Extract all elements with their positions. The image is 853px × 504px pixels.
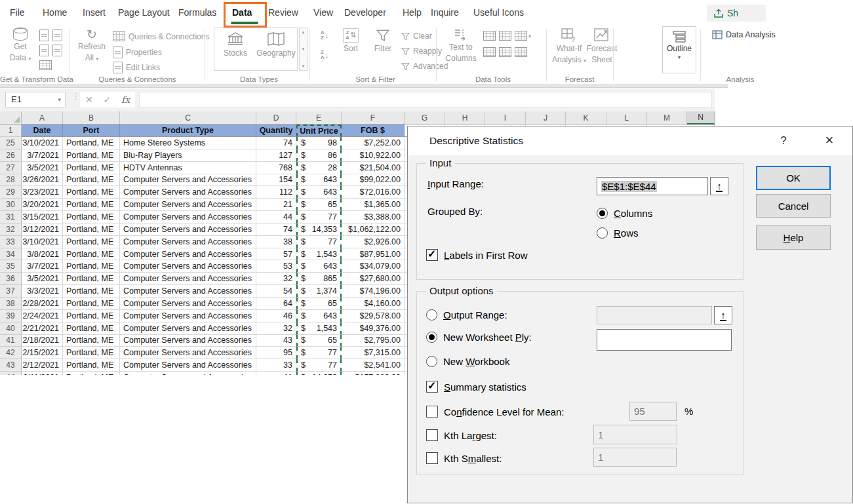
row-header-43[interactable]: 43 (0, 359, 22, 372)
column-header-G[interactable]: G (405, 111, 445, 125)
cell-E42[interactable]: $77 (296, 347, 342, 359)
cell-F38[interactable]: $4,160.00 (342, 298, 405, 310)
checkbox-summary-statistics[interactable] (426, 381, 438, 393)
from-table-range-icon[interactable] (39, 60, 52, 70)
remove-duplicates-icon[interactable] (499, 31, 511, 41)
new-worksheet-ply-field[interactable] (597, 329, 732, 351)
cell-A36[interactable]: 3/5/2021 (22, 273, 63, 285)
cell-A27[interactable]: 3/5/2021 (22, 162, 63, 174)
column-header-K[interactable]: K (566, 111, 606, 125)
data-analysis-button[interactable]: Data Analysis (712, 30, 776, 39)
edit-links-button[interactable]: Edit Links (113, 62, 160, 73)
properties-button[interactable]: Properties (113, 47, 162, 58)
cell-E30[interactable]: $65 (296, 199, 342, 211)
grouped-by-columns-option[interactable]: Columns (597, 208, 652, 219)
labels-first-row-option[interactable]: Labels in First Row (426, 249, 528, 261)
radio-rows[interactable] (597, 227, 608, 239)
cell-C30[interactable]: Computer Servers and Accessories (120, 199, 256, 211)
cell-header-date[interactable]: Date (22, 125, 63, 137)
cell-D25[interactable]: 74 (256, 137, 296, 149)
row-header-35[interactable]: 35 (0, 260, 22, 273)
cell-E41[interactable]: $65 (296, 335, 342, 347)
cell-F25[interactable]: $7,252.00 (342, 137, 405, 149)
input-range-field[interactable]: $E$1:$E$44 (597, 177, 708, 195)
consolidate-icon[interactable] (483, 47, 496, 57)
new-workbook-option[interactable]: New Workbook (426, 356, 509, 367)
cell-D39[interactable]: 46 (256, 310, 296, 322)
column-header-A[interactable]: A (22, 111, 63, 125)
output-range-field[interactable] (597, 306, 712, 324)
cell-header-port[interactable]: Port (63, 125, 120, 137)
row-header-32[interactable]: 32 (0, 223, 22, 236)
row-header-42[interactable]: 42 (0, 347, 22, 359)
radio-new-workbook[interactable] (426, 356, 437, 367)
cell-F41[interactable]: $2,795.00 (342, 335, 405, 347)
insert-function-icon[interactable]: fx (121, 94, 130, 105)
column-header-B[interactable]: B (63, 111, 120, 125)
cell-B40[interactable]: Portland, ME (63, 322, 120, 335)
cell-D29[interactable]: 112 (256, 186, 296, 199)
cell-A34[interactable]: 3/8/2021 (22, 248, 63, 261)
collapse-dialog-button[interactable]: ↑ (710, 177, 728, 195)
cell-C39[interactable]: Computer Servers and Accessories (120, 310, 256, 322)
cell-E39[interactable]: $643 (296, 310, 342, 322)
cell-A44[interactable]: 2/11/2021 (22, 372, 63, 375)
cell-E43[interactable]: $77 (296, 359, 342, 372)
advanced-filter-button[interactable]: Advanced (401, 62, 448, 71)
geography-button[interactable]: Geography (257, 31, 295, 58)
cell-D33[interactable]: 38 (256, 236, 296, 248)
tab-inquire[interactable]: Inquire (431, 0, 459, 25)
select-all-corner[interactable] (0, 111, 22, 125)
cell-header-product-type[interactable]: Product Type (120, 125, 256, 137)
cell-D44[interactable]: 11 (256, 372, 296, 375)
kth-largest-option[interactable]: Kth Largest: (426, 429, 497, 441)
cell-F34[interactable]: $87,951.00 (342, 248, 405, 261)
row-header-36[interactable]: 36 (0, 273, 22, 285)
cell-A42[interactable]: 2/15/2021 (22, 347, 63, 359)
chevron-down-icon[interactable]: ▾ (58, 92, 61, 107)
cell-D43[interactable]: 33 (256, 359, 296, 372)
refresh-all-button[interactable]: ↻ Refresh All ▾ (76, 28, 108, 63)
row-header-41[interactable]: 41 (0, 335, 22, 347)
cell-E34[interactable]: $1,543 (296, 248, 342, 261)
tab-developer[interactable]: Developer (344, 0, 386, 25)
cell-header-fob-[interactable]: FOB $ (342, 125, 405, 137)
tab-home[interactable]: Home (43, 0, 67, 25)
tab-review[interactable]: Review (268, 0, 298, 25)
cell-B36[interactable]: Portland, ME (63, 273, 120, 285)
cell-F29[interactable]: $72,016.00 (342, 186, 405, 199)
cell-D28[interactable]: 154 (256, 174, 296, 187)
sort-za-button[interactable]: ZA↓ (321, 50, 328, 60)
kth-smallest-option[interactable]: Kth Smallest: (426, 452, 502, 464)
cell-C37[interactable]: Computer Servers and Accessories (120, 285, 256, 298)
cell-A31[interactable]: 3/15/2021 (22, 211, 63, 223)
cell-D42[interactable]: 95 (256, 347, 296, 359)
cell-A38[interactable]: 2/28/2021 (22, 298, 63, 310)
row-header-34[interactable]: 34 (0, 248, 22, 261)
cell-D40[interactable]: 32 (256, 322, 296, 335)
existing-connections-icon[interactable] (52, 45, 62, 56)
cell-E37[interactable]: $1,374 (296, 285, 342, 298)
cell-F35[interactable]: $34,079.00 (342, 260, 405, 273)
cell-C27[interactable]: HDTV Antennas (120, 162, 256, 174)
checkbox-kth-largest[interactable] (426, 429, 438, 441)
cell-B44[interactable]: Portland, ME (63, 372, 120, 375)
cell-F33[interactable]: $2,926.00 (342, 236, 405, 248)
gallery-more-icon[interactable]: ▾ (302, 64, 305, 69)
cell-B37[interactable]: Portland, ME (63, 285, 120, 298)
row-header-27[interactable]: 27 (0, 162, 22, 174)
cell-D32[interactable]: 74 (256, 223, 296, 236)
cell-A40[interactable]: 2/21/2021 (22, 322, 63, 335)
column-header-I[interactable]: I (485, 111, 526, 125)
column-header-J[interactable]: J (526, 111, 566, 125)
share-button[interactable]: Sh (707, 5, 766, 22)
cell-D37[interactable]: 54 (256, 285, 296, 298)
cell-A32[interactable]: 3/12/2021 (22, 223, 63, 236)
tab-file[interactable]: File (10, 0, 25, 25)
row-header-37[interactable]: 37 (0, 285, 22, 298)
cell-A37[interactable]: 3/3/2021 (22, 285, 63, 298)
cell-F40[interactable]: $49,376.00 (342, 322, 405, 335)
cell-E35[interactable]: $643 (296, 260, 342, 273)
queries-connections-button[interactable]: Queries & Connections (113, 31, 209, 41)
cell-E31[interactable]: $77 (296, 211, 342, 223)
